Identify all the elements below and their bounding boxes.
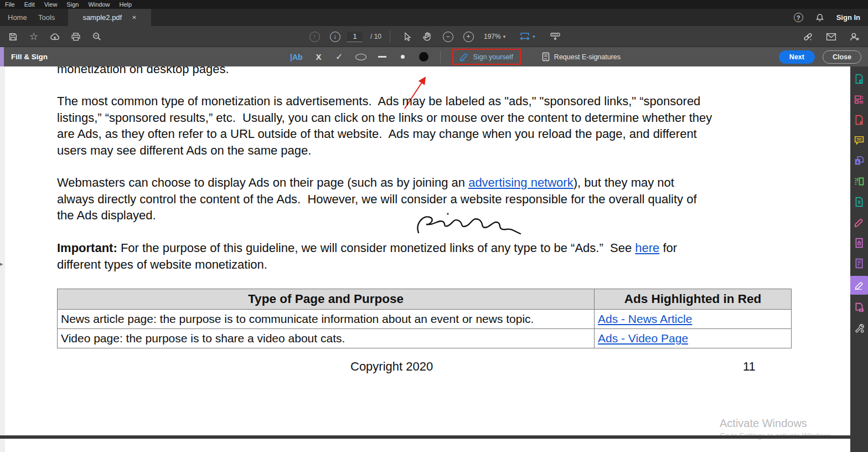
request-esignatures-label: Request E-signatures [554,53,621,61]
doc-text-segment: Webmasters can choose to display Ads on … [57,176,468,189]
document-tab-title: sample2.pdf [82,13,122,22]
sign-yourself-button[interactable]: Sign yourself [452,49,521,65]
circle-tool[interactable] [355,54,366,60]
zoom-level-dropdown[interactable]: 197% ▾ [484,33,505,40]
ads-video-page-link[interactable]: Ads - Video Page [598,332,688,345]
doc-text-line: different types of website monetization. [57,256,267,273]
doc-text-segment: for [659,241,677,255]
watermark-title: Activate Windows [720,417,833,430]
table-row: Video page: the purpose is to share a vi… [58,329,792,348]
ads-table: Type of Page and Purpose Ads Highlighted… [57,289,792,348]
here-link[interactable]: here [635,241,659,255]
add-user-icon[interactable] [846,28,862,45]
select-tool-icon[interactable] [399,28,415,45]
table-header-row: Type of Page and Purpose Ads Highlighted… [58,289,792,310]
email-icon[interactable] [823,28,839,45]
notifications-bell-icon[interactable] [815,13,824,22]
hand-tool-icon[interactable] [419,28,436,45]
doc-text-line: users may see different Ads on the same … [57,142,311,159]
send-for-review-icon[interactable] [850,300,868,315]
favorite-star-icon[interactable]: ☆ [25,28,42,45]
tab-document[interactable]: sample2.pdf ✕ [68,9,151,26]
table-row: News article page: the purpose is to com… [58,310,792,329]
doc-text-line: Important: For the purpose of this guide… [57,240,677,256]
zoom-in-icon[interactable]: + [460,28,477,45]
menu-view[interactable]: View [44,1,58,8]
next-page-icon[interactable]: ↓ [327,28,343,45]
export-pdf-icon[interactable] [850,71,868,86]
protect-icon[interactable] [850,235,868,250]
page-scrolling-icon[interactable] [547,28,564,45]
request-esignatures-icon [541,52,550,61]
edit-pdf-icon[interactable] [850,91,868,107]
more-tools-icon[interactable] [850,320,868,336]
menu-window[interactable]: Window [88,1,110,8]
tab-bar: Home Tools sample2.pdf ✕ ? Sign In [0,9,868,26]
main-toolbar: ☆ ↑ ↓ 1 / 10 − + 197% ▾ [0,26,868,47]
zoom-out-icon[interactable]: − [440,28,456,45]
page-count-label: / 10 [370,33,381,40]
fill-sign-title: Fill & Sign [11,47,48,66]
handwritten-signature [414,210,525,238]
menu-edit[interactable]: Edit [24,1,35,8]
add-text-tool[interactable]: |Ab [290,53,303,61]
next-button[interactable]: Next [779,50,815,64]
sign-in-button[interactable]: Sign In [836,13,860,22]
fill-sign-sidebar-icon[interactable] [850,276,868,295]
tab-home[interactable]: Home [0,9,35,26]
request-esignatures-button[interactable]: Request E-signatures [541,52,621,61]
doc-text-line: the Ads displayed. [57,207,156,224]
pane-expand-handle[interactable]: ▸ [0,260,3,268]
tab-tools[interactable]: Tools [30,9,63,26]
line-tool[interactable] [378,56,387,57]
doc-text-segment: ), but they may not [574,176,674,189]
page-number-text: 11 [743,359,756,374]
share-link-icon[interactable] [799,28,816,45]
table-header-ads: Ads Highlighted in Red [595,289,792,310]
filled-dot-tool[interactable] [419,52,428,61]
dot-tool[interactable] [399,55,407,59]
doc-text-clipped: monetization on desktop pages. [57,66,229,78]
sign-yourself-label: Sign yourself [473,53,513,61]
close-button[interactable]: Close [823,50,861,64]
doc-text-line: Webmasters can choose to display Ads on … [57,174,674,191]
share-cloud-icon[interactable] [46,28,63,45]
menu-bar: File Edit View Sign Window Help [0,0,868,9]
doc-text-line: always directly control the content of t… [57,191,697,208]
doc-text-line: The most common type of monetization is … [57,93,700,110]
ads-news-article-link[interactable]: Ads - News Article [598,312,692,325]
fit-width-dropdown[interactable]: ▾ [519,32,535,42]
tools-sidebar [850,66,868,452]
search-icon[interactable] [89,28,105,45]
check-tool[interactable]: ✓ [335,52,344,62]
doc-text-line: listings,” “sponsored results,” etc. Usu… [57,110,712,126]
cross-tool[interactable]: X [314,52,323,61]
table-header-type: Type of Page and Purpose [58,289,595,310]
compress-pdf-icon[interactable] [850,194,868,209]
menu-file[interactable]: File [5,1,15,8]
previous-page-icon[interactable]: ↑ [306,28,323,45]
advertising-network-link[interactable]: advertising network [468,176,574,189]
help-icon[interactable]: ? [794,13,803,22]
redact-icon[interactable] [850,214,868,230]
copyright-text: Copyright 2020 [350,359,433,374]
pdf-page: ▸ monetization on desktop pages. The mos… [0,66,850,452]
fit-width-icon [519,32,530,42]
close-tab-icon[interactable]: ✕ [132,14,136,20]
sign-pen-icon [459,52,469,61]
prepare-form-icon[interactable] [850,255,868,271]
doc-text-segment: For the purpose of this guideline, we wi… [117,241,635,255]
combine-files-icon[interactable] [850,153,868,168]
save-icon[interactable] [4,28,21,45]
create-pdf-icon[interactable] [850,112,868,127]
page-number-input[interactable]: 1 [347,32,363,42]
table-cell-desc: News article page: the purpose is to com… [58,310,595,329]
print-icon[interactable] [68,28,84,45]
fill-sign-toolbar: Fill & Sign |Ab X ✓ Sign yourself Reques… [0,47,868,66]
fill-sign-accent-strip [0,47,4,66]
menu-help[interactable]: Help [120,1,132,8]
comment-icon[interactable] [850,132,868,148]
organize-pages-icon[interactable] [850,173,868,189]
menu-sign[interactable]: Sign [66,1,79,8]
important-label: Important: [57,241,117,255]
